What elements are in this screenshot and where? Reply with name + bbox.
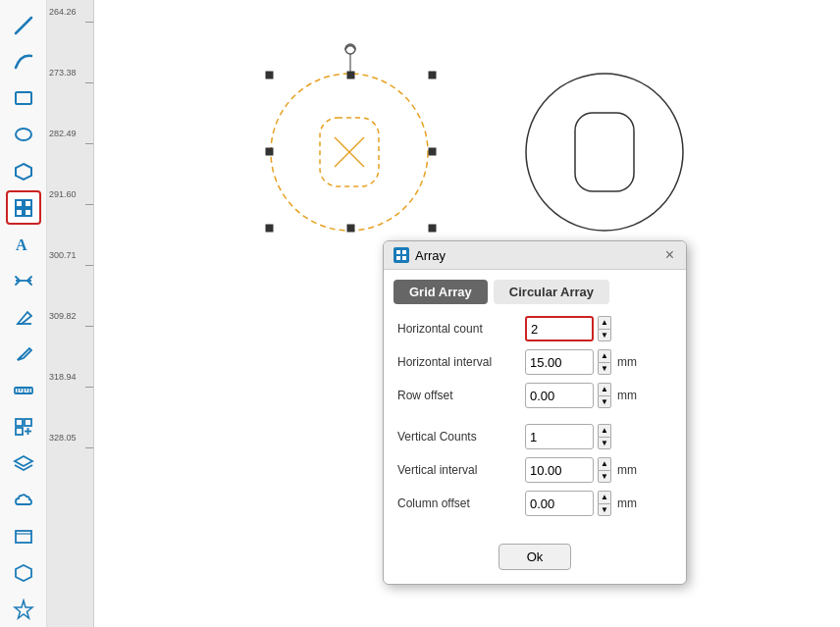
rect-tool[interactable]: [6, 80, 41, 115]
horizontal-interval-input[interactable]: [525, 349, 594, 375]
svg-rect-6: [16, 209, 23, 216]
tab-circular-array[interactable]: Circular Array: [494, 280, 609, 304]
column-offset-up[interactable]: ▲: [598, 491, 611, 503]
vertical-interval-up[interactable]: ▲: [598, 457, 611, 470]
vertical-counts-up[interactable]: ▲: [598, 424, 611, 437]
ruler-label-5: 300.71: [49, 251, 77, 260]
row-offset-up[interactable]: ▲: [598, 383, 611, 395]
ruler-label-8: 328.05: [49, 434, 77, 443]
grid-tool[interactable]: [6, 190, 41, 225]
column-offset-row: Column offset ▲ ▼ mm: [397, 491, 672, 516]
horizontal-interval-label: Horizontal interval: [397, 355, 525, 369]
vertical-counts-input-wrap: ▲ ▼: [525, 424, 611, 449]
row-offset-input[interactable]: [525, 383, 594, 408]
measure-tool[interactable]: [6, 373, 41, 407]
left-toolbar: A: [0, 0, 47, 627]
pen-tool[interactable]: [6, 337, 41, 371]
svg-rect-28: [320, 118, 379, 186]
vertical-interval-input-wrap: ▲ ▼ mm: [525, 457, 637, 483]
dialog-title-left: Array: [394, 247, 446, 263]
svg-line-0: [16, 18, 31, 33]
horizontal-count-spinners: ▲ ▼: [598, 316, 611, 341]
ok-button[interactable]: Ok: [499, 544, 572, 570]
svg-rect-35: [266, 148, 273, 155]
svg-point-40: [345, 44, 355, 54]
polygon-tool[interactable]: [6, 154, 41, 188]
svg-rect-31: [266, 72, 273, 78]
horizontal-interval-down[interactable]: ▼: [598, 362, 611, 375]
svg-rect-33: [266, 225, 273, 232]
row-offset-row: Row offset ▲ ▼ mm: [397, 383, 672, 408]
svg-rect-43: [396, 250, 400, 254]
svg-rect-36: [429, 148, 436, 155]
dialog-title-bar: Array ×: [384, 241, 686, 270]
curve-tool[interactable]: [6, 44, 41, 78]
horizontal-interval-input-wrap: ▲ ▼ mm: [525, 349, 637, 375]
dialog-title-text: Array: [415, 248, 446, 263]
ruler-label-6: 309.82: [49, 312, 77, 321]
vertical-ruler: 264.26 273.38 282.49 291.60 300.71 309.8…: [47, 0, 94, 627]
vertical-interval-unit: mm: [617, 463, 637, 477]
text-tool[interactable]: A: [6, 227, 41, 261]
vertical-counts-down[interactable]: ▼: [598, 437, 611, 449]
svg-rect-1: [16, 92, 31, 104]
svg-rect-4: [16, 200, 23, 207]
component-tool[interactable]: [6, 410, 41, 444]
ruler-label-2: 273.38: [49, 69, 77, 78]
dialog-body: Horizontal count ▲ ▼ Horizontal interval…: [384, 304, 686, 536]
horizontal-count-down[interactable]: ▼: [598, 329, 611, 341]
array-dialog: Array × Grid Array Circular Array Horizo…: [383, 240, 687, 585]
move-tool[interactable]: [6, 556, 41, 591]
break-tool[interactable]: [6, 593, 41, 627]
ellipse-tool[interactable]: [6, 118, 41, 152]
horizontal-interval-up[interactable]: ▲: [598, 349, 611, 362]
svg-rect-38: [347, 225, 354, 232]
svg-rect-34: [429, 225, 436, 232]
fill-tool[interactable]: [6, 483, 41, 517]
vertical-interval-down[interactable]: ▼: [598, 470, 611, 483]
horizontal-count-label: Horizontal count: [397, 322, 525, 336]
row-offset-input-wrap: ▲ ▼ mm: [525, 383, 637, 408]
frame-tool[interactable]: [6, 519, 41, 553]
horizontal-interval-spinners: ▲ ▼: [598, 349, 611, 375]
vertical-interval-spinners: ▲ ▼: [598, 457, 611, 483]
svg-text:A: A: [16, 236, 27, 253]
svg-marker-26: [15, 601, 32, 618]
svg-marker-25: [16, 565, 31, 581]
column-offset-down[interactable]: ▼: [598, 503, 611, 516]
column-offset-spinners: ▲ ▼: [598, 491, 611, 516]
svg-point-27: [271, 74, 428, 231]
ruler-label-7: 318.94: [49, 373, 77, 382]
column-offset-input[interactable]: [525, 491, 594, 516]
svg-rect-32: [429, 72, 436, 78]
svg-point-2: [16, 129, 31, 140]
vertical-interval-input[interactable]: [525, 457, 594, 483]
svg-rect-19: [25, 419, 31, 426]
row-offset-unit: mm: [617, 389, 637, 402]
horizontal-interval-unit: mm: [617, 355, 637, 369]
vertical-interval-row: Vertical interval ▲ ▼ mm: [397, 457, 672, 483]
layers-tool[interactable]: [6, 446, 41, 481]
line-tool[interactable]: [6, 8, 41, 42]
svg-line-29: [335, 137, 364, 167]
tab-grid-array[interactable]: Grid Array: [394, 280, 488, 304]
erase-tool[interactable]: [6, 300, 41, 335]
svg-rect-44: [402, 250, 406, 254]
ruler-label-4: 291.60: [49, 190, 77, 199]
dialog-close-button[interactable]: ×: [663, 247, 676, 263]
column-offset-input-wrap: ▲ ▼ mm: [525, 491, 637, 516]
svg-rect-18: [16, 419, 23, 426]
dialog-icon: [394, 247, 409, 263]
column-offset-label: Column offset: [397, 496, 525, 510]
horizontal-count-up[interactable]: ▲: [598, 316, 611, 329]
row-offset-down[interactable]: ▼: [598, 395, 611, 408]
horizontal-count-input[interactable]: [525, 316, 594, 341]
svg-marker-3: [16, 164, 31, 180]
horizontal-interval-row: Horizontal interval ▲ ▼ mm: [397, 349, 672, 375]
svg-rect-20: [16, 428, 23, 435]
dimension-tool[interactable]: [6, 264, 41, 298]
vertical-interval-label: Vertical interval: [397, 463, 525, 477]
vertical-counts-input[interactable]: [525, 424, 594, 449]
svg-rect-7: [25, 209, 31, 216]
horizontal-count-row: Horizontal count ▲ ▼: [397, 316, 672, 341]
